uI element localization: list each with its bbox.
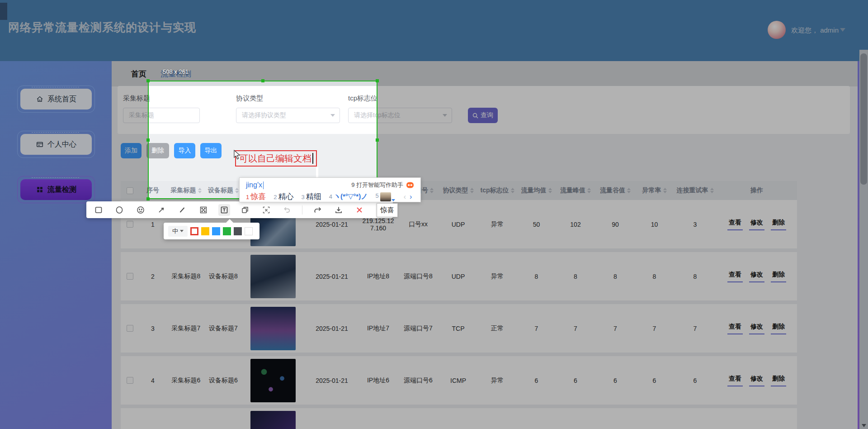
color-swatch-green[interactable] <box>223 227 231 235</box>
ime-assistant-hint[interactable]: 9 打开智能写作助手 <box>351 181 403 189</box>
dim-overlay-bottom <box>0 199 868 429</box>
ime-popup: jing'x 9 打开智能写作助手 1惊喜 2精心 3精细 4ヽ(*°▽°*)ノ… <box>239 177 421 202</box>
selection-handle[interactable] <box>376 79 379 82</box>
mosaic-tool-icon[interactable] <box>198 204 209 216</box>
font-size-value: 中 <box>172 227 178 235</box>
ime-candidate[interactable]: 3精细 <box>301 191 321 202</box>
selection-handle[interactable] <box>376 138 379 142</box>
share-tool-icon[interactable] <box>312 204 324 216</box>
undo-tool-icon[interactable] <box>281 204 293 216</box>
selection-handle[interactable] <box>261 79 264 82</box>
annotation-text: 可以自己编辑文档 <box>239 153 311 165</box>
chevron-down-icon <box>392 199 395 201</box>
cancel-tool-icon[interactable] <box>354 204 365 216</box>
dim-overlay-right <box>377 81 868 199</box>
selection-handle[interactable] <box>146 138 150 142</box>
text-caret <box>263 181 264 189</box>
annotation-style-popup: 中 <box>164 223 259 239</box>
ime-inline-preview: 惊喜 <box>377 203 398 217</box>
ime-composition: jing'x <box>246 181 264 189</box>
selection-handle[interactable] <box>146 79 150 82</box>
ime-prev-page-icon[interactable]: ‹ <box>404 193 406 201</box>
capture-toolbar <box>86 201 393 218</box>
color-swatch-white[interactable] <box>245 227 253 235</box>
text-tool-icon[interactable] <box>218 204 230 216</box>
save-tool-icon[interactable] <box>333 204 344 216</box>
ime-candidate[interactable]: 1惊喜 <box>246 191 266 202</box>
selection-size-label: 508 x 261 <box>163 68 189 75</box>
mouse-cursor <box>232 150 241 160</box>
ocr-tool-icon[interactable] <box>260 204 272 216</box>
dim-overlay-top <box>0 0 868 81</box>
dim-overlay-left <box>0 81 148 199</box>
writing-assistant-icon[interactable] <box>406 181 414 189</box>
pen-tool-icon[interactable] <box>176 204 188 216</box>
ime-candidate[interactable]: 4ヽ(*°▽°*)ノ <box>329 192 368 201</box>
rectangle-tool-icon[interactable] <box>93 204 104 216</box>
color-swatch-yellow[interactable] <box>201 227 209 235</box>
emoji-tool-icon[interactable] <box>135 204 146 216</box>
page: 网络异常流量检测系统的设计与实现 欢迎您， admin 系统首页 个人中心 流量… <box>0 0 868 429</box>
text-caret <box>312 153 313 164</box>
pin-tool-icon[interactable] <box>239 204 251 216</box>
chevron-down-icon <box>180 230 184 232</box>
font-size-dropdown[interactable]: 中 <box>168 226 188 237</box>
ellipse-tool-icon[interactable] <box>113 204 125 216</box>
ime-candidate[interactable]: 2精心 <box>274 191 293 202</box>
ime-candidate[interactable]: 5 <box>376 192 395 201</box>
color-swatch-red[interactable] <box>190 227 198 235</box>
arrow-tool-icon[interactable] <box>156 204 167 216</box>
ime-candidate-image <box>380 192 391 201</box>
text-annotation-box[interactable]: 可以自己编辑文档 <box>235 150 317 167</box>
color-swatch-dark[interactable] <box>234 227 242 235</box>
toolbar-separator <box>302 205 302 214</box>
selection-handle[interactable] <box>146 197 150 200</box>
ime-next-page-icon[interactable]: › <box>410 193 412 201</box>
color-swatch-blue[interactable] <box>212 227 220 235</box>
